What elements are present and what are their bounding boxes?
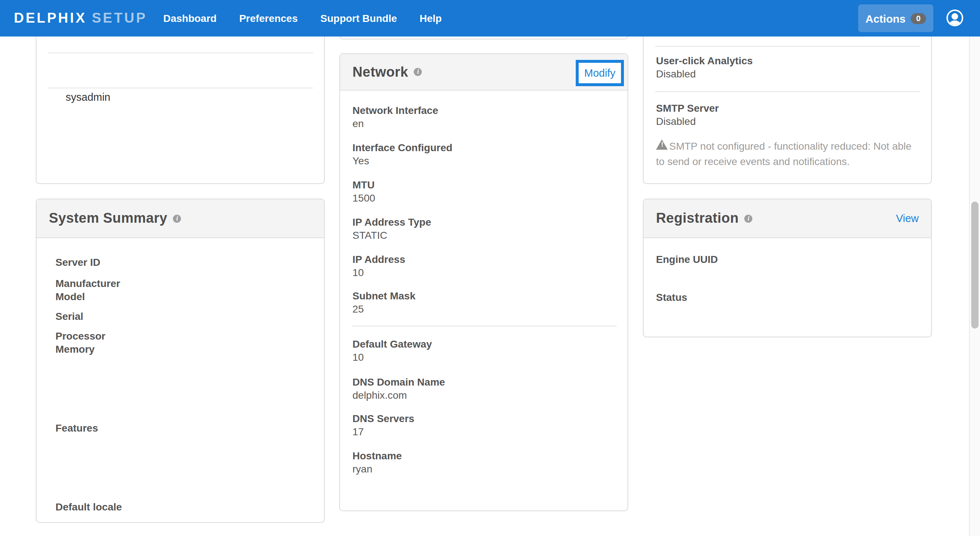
modify-button[interactable]: Modify xyxy=(576,60,624,86)
info-icon[interactable]: i xyxy=(414,68,422,76)
field-dns-servers: DNS Servers17 xyxy=(352,412,619,438)
nav-support-bundle[interactable]: Support Bundle xyxy=(320,13,397,24)
actions-button[interactable]: Actions 0 xyxy=(858,5,933,32)
registration-title: Registration xyxy=(656,210,739,227)
smtp-warning: ! SMTP not configured - functionality re… xyxy=(656,139,922,169)
scrollbar-track[interactable] xyxy=(969,37,980,536)
field-default-gateway: Default Gateway10 xyxy=(352,337,619,364)
nav-preferences[interactable]: Preferences xyxy=(239,13,298,24)
field-server-id: Server ID xyxy=(56,255,315,269)
field-mtu: MTU1500 xyxy=(352,178,619,204)
field-engine-uuid: Engine UUID xyxy=(656,253,922,266)
actions-count-badge: 0 xyxy=(911,13,926,24)
field-features: Features xyxy=(56,421,315,434)
delphix-setup-page: sysadmin System Summary i Server ID Manu… xyxy=(0,0,980,536)
network-title: Network xyxy=(352,64,408,80)
actions-button-label: Actions xyxy=(865,12,905,24)
divider xyxy=(655,46,920,47)
delphix-setup-logo: DELPHIX SETUP xyxy=(14,10,147,26)
logo-product: SETUP xyxy=(92,10,147,26)
field-ip-address-type: IP Address TypeSTATIC xyxy=(352,215,619,242)
field-model: Model xyxy=(56,290,315,303)
nav-links: Dashboard Preferences Support Bundle Hel… xyxy=(163,13,441,24)
scrollbar-thumb[interactable] xyxy=(971,201,978,329)
info-icon[interactable]: i xyxy=(745,214,753,222)
field-subnet-mask: Subnet Mask25 xyxy=(352,289,619,316)
status-card: User-click Analytics Disabled SMTP Serve… xyxy=(643,28,932,184)
field-smtp-server: SMTP Server Disabled xyxy=(656,102,922,128)
modify-button-label: Modify xyxy=(584,67,615,79)
field-manufacturer: Manufacturer xyxy=(56,277,315,290)
system-summary-header: System Summary i xyxy=(37,199,324,238)
divider xyxy=(655,91,920,92)
registration-header: Registration i View xyxy=(644,199,931,238)
field-hostname: Hostnameryan xyxy=(352,449,619,475)
nav-help[interactable]: Help xyxy=(420,13,442,24)
divider xyxy=(352,326,617,326)
field-user-click-analytics: User-click Analytics Disabled xyxy=(656,54,922,80)
warning-icon: ! xyxy=(656,139,668,150)
user-avatar-icon[interactable] xyxy=(947,10,963,26)
divider xyxy=(48,53,313,53)
field-network-interface: Network Interfaceen xyxy=(352,104,619,130)
users-card: sysadmin xyxy=(36,28,325,184)
system-summary-title: System Summary xyxy=(49,210,167,227)
info-icon[interactable]: i xyxy=(173,214,181,222)
field-memory: Memory xyxy=(56,343,315,356)
field-serial: Serial xyxy=(56,309,315,323)
list-item-sysadmin[interactable]: sysadmin xyxy=(66,91,111,103)
network-header: Network i Modify xyxy=(340,54,628,91)
field-default-locale: Default locale xyxy=(56,500,315,514)
smtp-warning-text: SMTP not configured - functionality redu… xyxy=(656,140,912,167)
field-interface-configured: Interface ConfiguredYes xyxy=(352,141,619,167)
nav-dashboard[interactable]: Dashboard xyxy=(163,13,216,24)
system-summary-card: System Summary i Server ID Manufacturer … xyxy=(36,199,325,523)
network-card: Network i Modify Network Interfaceen Int… xyxy=(339,53,628,511)
field-dns-domain-name: DNS Domain Namedelphix.com xyxy=(352,375,619,402)
field-ip-address: IP Address10 xyxy=(352,253,619,279)
field-status: Status xyxy=(656,290,922,304)
logo-brand: DELPHIX xyxy=(14,10,87,26)
divider xyxy=(48,88,313,88)
view-link[interactable]: View xyxy=(896,212,919,224)
top-navbar: DELPHIX SETUP Dashboard Preferences Supp… xyxy=(0,0,980,37)
registration-card: Registration i View Engine UUID Status xyxy=(643,199,932,337)
field-processor: Processor xyxy=(56,329,315,343)
